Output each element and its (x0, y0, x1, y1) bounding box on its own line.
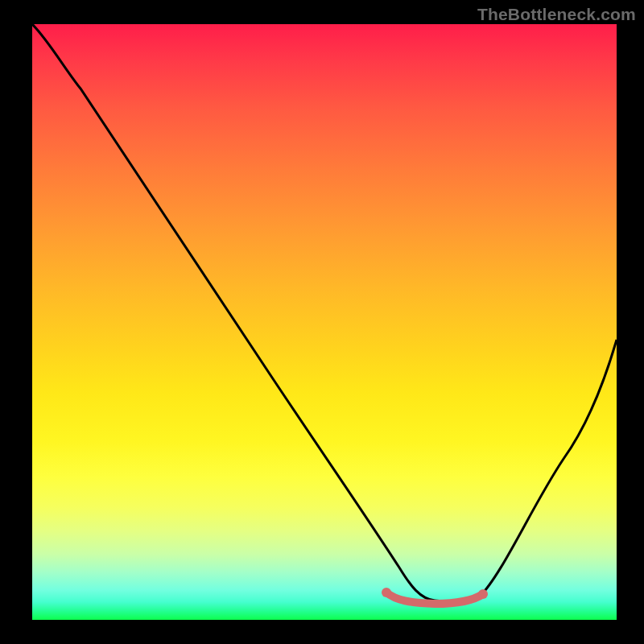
chart-svg (32, 24, 617, 620)
watermark-text: TheBottleneck.com (477, 5, 636, 24)
marker-dot-right (478, 589, 488, 599)
marker-dot-left (382, 588, 391, 597)
chart-area (32, 24, 617, 620)
bottleneck-curve (32, 24, 617, 601)
bottom-marker-line (386, 592, 483, 604)
